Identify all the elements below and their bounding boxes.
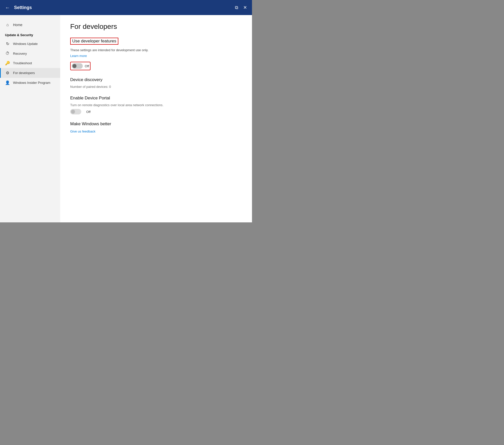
back-button[interactable]: ← <box>5 5 10 11</box>
close-button[interactable]: ✕ <box>243 5 247 10</box>
sidebar-item-label: Windows Update <box>13 42 38 46</box>
window-controls: ⧉ ✕ <box>235 5 247 10</box>
sidebar-item-label: For developers <box>13 71 35 75</box>
sidebar-item-for-developers[interactable]: ⚙ For developers <box>0 68 60 78</box>
make-windows-better-title: Make Windows better <box>70 121 242 126</box>
use-dev-features-title: Use developer features <box>72 39 116 43</box>
insider-icon: 👤 <box>5 80 10 85</box>
sidebar-item-label: Recovery <box>13 52 27 55</box>
windows-update-icon: ↻ <box>5 41 10 46</box>
enable-device-portal-desc: Turn on remote diagnostics over local ar… <box>70 103 242 107</box>
use-dev-features-desc: These settings are intended for developm… <box>70 48 242 52</box>
home-icon: ⌂ <box>5 23 10 27</box>
main-window: ⌂ Home Update & Security ↻ Windows Updat… <box>0 15 252 222</box>
device-portal-toggle[interactable] <box>70 109 81 114</box>
device-portal-toggle-row: Off <box>70 109 242 114</box>
sidebar-item-label: Troubleshoot <box>13 61 32 65</box>
device-discovery-desc: Number of paired devices: 0 <box>70 85 242 89</box>
app-title: Settings <box>14 5 32 10</box>
device-portal-toggle-label: Off <box>86 110 91 114</box>
enable-device-portal-title: Enable Device Portal <box>70 96 242 101</box>
use-developer-features-box: Use developer features <box>70 38 118 45</box>
developer-features-toggle[interactable] <box>72 63 83 69</box>
device-discovery-section: Device discovery Number of paired device… <box>70 77 242 89</box>
recovery-icon: ⏱ <box>5 51 10 56</box>
sidebar-item-recovery[interactable]: ⏱ Recovery <box>0 49 60 58</box>
developers-icon: ⚙ <box>5 71 10 75</box>
sidebar-item-troubleshoot[interactable]: 🔑 Troubleshoot <box>0 58 60 68</box>
developer-toggle-wrapper: Off <box>70 62 91 70</box>
snap-button[interactable]: ⧉ <box>235 5 238 10</box>
content-area: For developers Use developer features Th… <box>60 15 252 222</box>
sidebar-item-windows-update[interactable]: ↻ Windows Update <box>0 39 60 49</box>
make-windows-better-section: Make Windows better Give us feedback <box>70 121 242 137</box>
sidebar-item-label: Windows Insider Program <box>13 81 50 85</box>
sidebar: ⌂ Home Update & Security ↻ Windows Updat… <box>0 15 60 222</box>
give-feedback-link[interactable]: Give us feedback <box>70 130 95 133</box>
toggle-knob <box>72 64 76 68</box>
developer-features-toggle-row: Off <box>70 62 242 70</box>
toggle-knob-disabled <box>71 110 75 114</box>
sidebar-section-title: Update & Security <box>0 30 60 39</box>
developer-toggle-label: Off <box>85 64 89 68</box>
device-discovery-title: Device discovery <box>70 77 242 82</box>
learn-more-link[interactable]: Learn more <box>70 54 87 58</box>
title-bar: ← Settings ⧉ ✕ <box>0 0 252 15</box>
enable-device-portal-section: Enable Device Portal Turn on remote diag… <box>70 96 242 114</box>
page-title: For developers <box>70 23 242 31</box>
troubleshoot-icon: 🔑 <box>5 61 10 66</box>
sidebar-home-label: Home <box>13 23 22 27</box>
sidebar-item-windows-insider[interactable]: 👤 Windows Insider Program <box>0 78 60 88</box>
sidebar-item-home[interactable]: ⌂ Home <box>0 20 60 30</box>
